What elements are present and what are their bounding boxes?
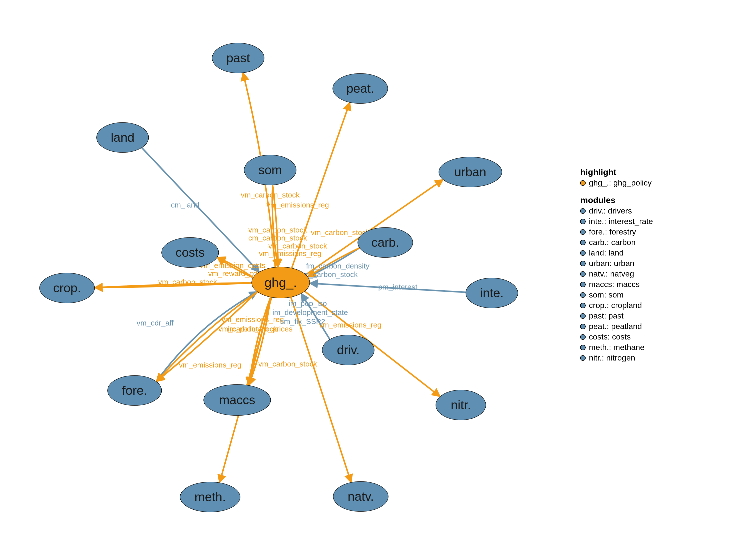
node-land-label: land — [111, 131, 135, 144]
legend-bullet-icon — [581, 345, 585, 350]
nodes-layer: ghg_.pastpeat.landsomurbancostscarb.crop… — [40, 43, 518, 512]
node-ghg-label: ghg_. — [264, 275, 297, 290]
legend-bullet-icon — [581, 355, 585, 361]
legend-bullet-icon — [581, 303, 585, 308]
legend-module-item: past: past — [589, 311, 624, 320]
legend-bullet-icon — [581, 271, 585, 276]
node-urban-label: urban — [454, 165, 486, 179]
edge-label: vm_emissions_reg — [179, 361, 241, 369]
edge-label: vm_emissions_reg — [266, 201, 329, 209]
edge-label: vm_carbon_stock — [258, 360, 317, 368]
legend-highlight-item: ghg_.: ghg_policy — [589, 178, 652, 187]
node-inte-label: inte. — [480, 286, 504, 300]
node-crop-label: crop. — [53, 281, 81, 295]
legend-module-item: land: land — [589, 248, 624, 257]
legend-bullet-icon — [581, 324, 585, 329]
legend-module-item: costs: costs — [589, 332, 631, 341]
edge-ghg-urban — [306, 180, 443, 275]
edge-label: vm_cdr_aff — [136, 319, 174, 327]
legend-bullet-icon — [581, 209, 585, 213]
edge-label: vm_carbon_stock — [241, 191, 300, 199]
node-maccs-label: maccs — [219, 393, 255, 407]
node-nitr: nitr. — [436, 390, 486, 420]
node-peat: peat. — [333, 74, 388, 104]
legend-bullet-icon — [581, 181, 585, 186]
node-meth-label: meth. — [195, 490, 226, 504]
node-costs: costs — [162, 238, 218, 267]
legend-module-item: meth.: methane — [589, 343, 644, 352]
node-som-label: som — [258, 163, 282, 177]
legend-bullet-icon — [581, 282, 585, 287]
legend: highlightghg_.: ghg_policymodulesdriv.: … — [581, 167, 653, 362]
node-inte: inte. — [466, 278, 518, 308]
node-past-label: past — [226, 51, 250, 65]
legend-module-item: maccs: maccs — [589, 280, 640, 289]
node-driv: driv. — [322, 335, 374, 365]
legend-bullet-icon — [581, 240, 585, 245]
node-land: land — [97, 123, 149, 153]
node-carb: carb. — [358, 228, 413, 258]
edge-label: vm_emissions_reg — [259, 249, 321, 258]
edge-label: m_carbon_stock — [303, 270, 358, 278]
legend-bullet-icon — [581, 230, 585, 235]
legend-module-item: driv.: drivers — [589, 206, 632, 215]
node-ghg: ghg_. — [252, 267, 310, 298]
legend-bullet-icon — [581, 314, 585, 319]
legend-bullet-icon — [581, 261, 585, 266]
node-past: past — [212, 43, 264, 73]
legend-modules-title: modules — [581, 195, 615, 205]
legend-bullet-icon — [581, 293, 585, 297]
node-natv: natv. — [333, 481, 388, 511]
edge-label: cm_carbon_stock — [248, 234, 307, 242]
edge-label: vm_emissions_reg — [319, 321, 382, 329]
edge-label: cm_land — [171, 201, 199, 209]
legend-module-item: som: som — [589, 290, 624, 299]
edge-label: im_pollutant_prices — [228, 325, 292, 333]
node-costs-label: costs — [176, 245, 205, 260]
legend-bullet-icon — [581, 219, 585, 224]
legend-module-item: fore.: forestry — [589, 227, 636, 236]
edge-label: vm_carbon_stock — [248, 226, 307, 234]
edge-label: im_pop_iso — [288, 299, 327, 308]
legend-module-item: natv.: natveg — [589, 269, 634, 278]
node-fore-label: fore. — [122, 383, 147, 398]
node-crop: crop. — [40, 273, 95, 303]
node-peat-label: peat. — [346, 81, 374, 96]
node-driv-label: driv. — [337, 343, 360, 357]
node-urban: urban — [439, 157, 502, 187]
edge-label: vm_carbon_stock — [268, 242, 327, 250]
edge-label: fm_carbon_density — [306, 262, 369, 270]
legend-module-item: nitr.: nitrogen — [589, 353, 635, 362]
edge-label: vm_carbon_stock — [158, 278, 217, 286]
node-som: som — [244, 155, 296, 185]
legend-module-item: inte.: interest_rate — [589, 217, 653, 226]
edge-label: vm_emissions_reg — [222, 315, 284, 323]
edge-label: pm_interest — [378, 283, 417, 291]
legend-bullet-icon — [581, 335, 585, 340]
node-fore: fore. — [108, 375, 162, 405]
legend-module-item: carb.: carbon — [589, 238, 636, 247]
legend-module-item: crop.: cropland — [589, 301, 642, 310]
node-meth: meth. — [180, 482, 240, 512]
node-natv-label: natv. — [348, 489, 374, 504]
dependency-graph: cm_landvm_carbon_stockvm_emissions_regvm… — [0, 0, 747, 560]
node-nitr-label: nitr. — [451, 398, 471, 412]
node-maccs: maccs — [204, 384, 271, 416]
edge-label: sm_fix_SSP2 — [280, 317, 325, 325]
legend-module-item: peat.: peatland — [589, 322, 642, 331]
legend-highlight-title: highlight — [581, 167, 616, 177]
legend-module-item: urban: urban — [589, 259, 634, 268]
legend-bullet-icon — [581, 250, 585, 256]
node-carb-label: carb. — [371, 236, 399, 249]
